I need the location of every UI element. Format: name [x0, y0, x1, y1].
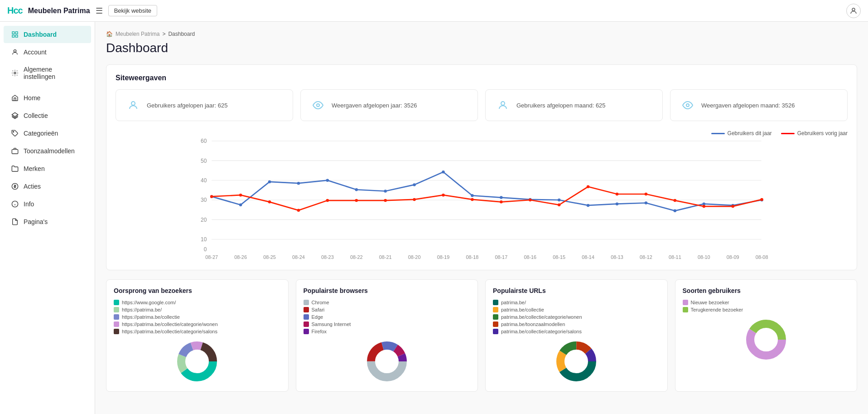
sidebar-item-dashboard[interactable]: Dashboard	[4, 26, 91, 43]
user-avatar-button[interactable]	[846, 4, 861, 18]
svg-point-40	[471, 194, 474, 197]
sidebar-item-acties[interactable]: Acties	[4, 178, 91, 195]
layers-icon	[11, 112, 19, 120]
svg-text:08-11: 08-11	[669, 254, 681, 260]
breadcrumb-separator: >	[162, 31, 165, 37]
sidebar-item-collectie[interactable]: Collectie	[4, 107, 91, 124]
stat-text-views-month: Weergaven afgelopen maand: 3526	[701, 102, 795, 109]
sidebar-item-label: Account	[24, 49, 47, 56]
user-month-icon	[495, 97, 511, 113]
svg-point-8	[13, 132, 14, 132]
breadcrumb: 🏠 Meubelen Patrima > Dashboard	[106, 31, 857, 37]
sidebar-item-label: Collectie	[24, 112, 48, 119]
svg-text:08-16: 08-16	[524, 254, 536, 260]
legend-label: Chrome	[312, 300, 329, 305]
svg-point-34	[297, 182, 300, 185]
sidebar-item-label: Info	[24, 200, 34, 208]
legend-label: Samsung Internet	[312, 321, 351, 327]
sidebar-item-toonzaalmodellen[interactable]: Toonzaalmodellen	[4, 142, 91, 160]
briefcase-icon	[11, 147, 19, 155]
legend-item: Firefox	[304, 329, 471, 334]
svg-point-5	[14, 50, 16, 52]
sidebar-item-merken[interactable]: Merken	[4, 160, 91, 177]
svg-point-43	[558, 199, 561, 202]
svg-point-59	[442, 194, 445, 197]
sidebar-item-instellingen[interactable]: Algemene instellingen	[4, 61, 91, 85]
urls-card: Populairste URLs patrima.be/ patrima.be/…	[485, 279, 668, 392]
legend-label: Nieuwe bezoeker	[691, 300, 729, 305]
stat-text-views-year: Weergaven afgelopen jaar: 3526	[332, 102, 417, 109]
browsers-donut	[304, 339, 471, 384]
legend-item: Samsung Internet	[304, 321, 471, 327]
legend-dot	[493, 307, 498, 312]
file-icon	[11, 218, 19, 226]
legend-color-last-year	[781, 133, 795, 134]
home-icon	[11, 94, 19, 102]
svg-point-51	[210, 195, 213, 198]
legend-label: patrima.be/toonzaalmodellen	[501, 321, 565, 327]
logo-text: Meubelen Patrima	[28, 7, 90, 15]
sidebar-item-home[interactable]: Home	[4, 89, 91, 107]
svg-text:20: 20	[201, 217, 207, 223]
browsers-legend: Chrome Safari Edge Samsung Internet	[304, 300, 471, 334]
svg-text:08-22: 08-22	[350, 254, 363, 260]
breadcrumb-site[interactable]: Meubelen Patrima	[116, 31, 159, 37]
website-button[interactable]: Bekijk website	[108, 5, 157, 16]
svg-point-39	[442, 170, 445, 174]
legend-label: https://patrima.be/collectie	[122, 314, 180, 320]
legend-dot	[493, 329, 498, 334]
eye-year-icon	[310, 97, 326, 113]
legend-dot	[114, 329, 119, 334]
svg-text:08-10: 08-10	[698, 254, 710, 260]
svg-text:50: 50	[201, 158, 207, 164]
sidebar-item-label: Home	[24, 94, 40, 102]
legend-dot	[114, 307, 119, 312]
sidebar-item-label: Pagina's	[24, 218, 48, 225]
line-chart: Gebruikers dit jaar Gebruikers vorig jaa…	[116, 130, 848, 261]
legend-dot	[304, 321, 309, 327]
stat-card-users-year: Gebruikers afgelopen jaar: 625	[116, 89, 293, 121]
svg-text:60: 60	[201, 138, 207, 144]
settings-icon	[11, 69, 19, 77]
svg-point-68	[703, 205, 706, 208]
svg-text:08-26: 08-26	[234, 254, 247, 260]
legend-label: https://patrima.be/collectie/categorie/s…	[122, 329, 217, 334]
hamburger-button[interactable]: ☰	[96, 6, 103, 16]
legend-item: https://patrima.be/collectie/categorie/w…	[114, 321, 281, 327]
svg-point-0	[852, 8, 855, 11]
sidebar-item-paginas[interactable]: Pagina's	[4, 213, 91, 230]
legend-item: Terugkerende bezoeker	[683, 307, 850, 312]
sidebar-item-info[interactable]: Info	[4, 195, 91, 213]
svg-point-53	[268, 200, 271, 204]
sidebar-item-label: Toonzaalmodellen	[24, 147, 75, 155]
legend-label: Firefox	[312, 329, 327, 334]
legend-item: https://www.google.com/	[114, 300, 281, 305]
bottom-charts: Oorsprong van bezoekers https://www.goog…	[106, 279, 857, 392]
soorten-donut	[683, 317, 850, 362]
svg-text:08-17: 08-17	[495, 254, 507, 260]
legend-item: https://patrima.be/collectie/categorie/s…	[114, 329, 281, 334]
sidebar-item-categorieen[interactable]: Categorieën	[4, 125, 91, 142]
sidebar-item-account[interactable]: Account	[4, 44, 91, 61]
svg-point-41	[500, 196, 503, 199]
svg-point-52	[239, 194, 242, 197]
legend-last-year: Gebruikers vorig jaar	[781, 130, 848, 136]
chart-legend: Gebruikers dit jaar Gebruikers vorig jaa…	[116, 130, 848, 136]
browsers-title: Populairste browsers	[304, 287, 471, 294]
soorten-legend: Nieuwe bezoeker Terugkerende bezoeker	[683, 300, 850, 312]
sidebar: Dashboard Account Algemene instellingen	[0, 22, 95, 414]
svg-rect-3	[12, 35, 14, 37]
legend-label: Safari	[312, 307, 325, 312]
legend-dot	[304, 329, 309, 334]
legend-label-last-year: Gebruikers vorig jaar	[797, 130, 848, 136]
legend-dot	[493, 321, 498, 327]
legend-item: patrima.be/collectie/categorie/wonen	[493, 314, 660, 320]
breadcrumb-current: Dashboard	[168, 31, 195, 37]
siteviews-title: Siteweergaven	[116, 74, 848, 82]
svg-text:08-19: 08-19	[437, 254, 450, 260]
svg-point-15	[317, 104, 319, 107]
legend-label-this-year: Gebruikers dit jaar	[728, 130, 772, 136]
stat-card-users-month: Gebruikers afgelopen maand: 625	[485, 89, 663, 121]
stat-card-views-year: Weergaven afgelopen jaar: 3526	[300, 89, 478, 121]
svg-text:08-12: 08-12	[640, 254, 652, 260]
